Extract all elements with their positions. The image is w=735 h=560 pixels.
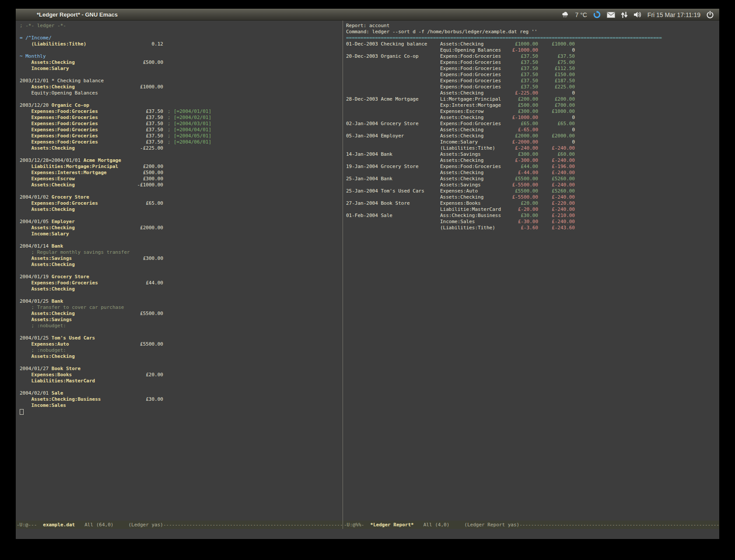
buffer-line[interactable]: [20, 360, 343, 366]
modeline-modes[interactable]: (Ledger yas): [128, 522, 163, 528]
ledger-report-buffer[interactable]: Report: account Command: ledger --sort d…: [343, 21, 719, 521]
buffer-line[interactable]: ; -*- ledger -*-: [20, 23, 343, 29]
buffer-line[interactable]: Assets:Savings: [20, 317, 343, 323]
register-row[interactable]: 20-Dec-2003 Organic Co-opExpens:Food:Gro…: [346, 53, 719, 60]
buffer-line[interactable]: Equity:Opening Balances: [20, 90, 343, 96]
register-row[interactable]: Expens:Food:Groceries£37.50£187.50: [346, 78, 719, 84]
power-icon[interactable]: [706, 11, 714, 19]
buffer-line[interactable]: Expenses:Food:Groceries£65.00: [20, 200, 343, 206]
buffer-line[interactable]: 2003/12/28=2004/01/01 Acme Mortgage: [20, 158, 343, 164]
buffer-line[interactable]: 2004/01/02 Grocery Store: [20, 194, 343, 200]
titlebar[interactable]: *Ledger Report* - GNU Emacs 7 °C: [16, 9, 719, 21]
register-row[interactable]: Exp:Interest:Mortgage£500.00£700.00: [346, 102, 719, 108]
buffer-line[interactable]: Assets:Checking:Business£30.00: [20, 396, 343, 402]
register-row[interactable]: Expenses:Escrow£300.00£1000.00: [346, 108, 719, 115]
register-row[interactable]: 02-Jan-2004 Grocery StoreExpens:Food:Gro…: [346, 121, 719, 127]
register-row[interactable]: Expens:Food:Groceries£37.50£225.00: [346, 84, 719, 90]
register-row[interactable]: Expens:Food:Groceries£37.50£75.00: [346, 60, 719, 66]
buffer-line[interactable]: Expenses:Food:Groceries£37.50; [=2004/06…: [20, 139, 343, 145]
buffer-line[interactable]: Assets:Checking-£225.00: [20, 145, 343, 151]
buffer-line[interactable]: Expenses:Food:Groceries£37.50; [=2004/03…: [20, 121, 343, 127]
register-row[interactable]: Assets:Checking£-44.00£-240.00: [346, 170, 719, 176]
refresh-icon[interactable]: [593, 10, 601, 19]
register-row[interactable]: (Liabilities:Tithe)£-240.00£-240.00: [346, 145, 719, 151]
buffer-line[interactable]: 2004/01/19 Grocery Store: [20, 274, 343, 280]
modeline-left[interactable]: -U:@---example.datAll (64,0)(Ledger yas)…: [16, 521, 343, 529]
buffer-line[interactable]: Expenses:Food:Groceries£44.00: [20, 280, 343, 286]
buffer-line[interactable]: Assets:Checking£2000.00: [20, 225, 343, 231]
buffer-line[interactable]: [20, 409, 343, 415]
report-header-line[interactable]: Report: account: [346, 23, 719, 29]
buffer-line[interactable]: (Liabilities:Tithe)0.12: [20, 41, 343, 47]
buffer-line[interactable]: 2003/12/20 Organic Co-op: [20, 102, 343, 108]
register-row[interactable]: 25-Jan-2004 BankAssets:Checking£5500.00£…: [346, 176, 719, 182]
buffer-line[interactable]: Assets:Checking£500.00: [20, 60, 343, 66]
modeline-buffer-name[interactable]: example.dat: [43, 522, 75, 528]
buffer-line[interactable]: [20, 96, 343, 102]
buffer-line[interactable]: ~ Monthly: [20, 53, 343, 60]
register-row[interactable]: 19-Jan-2004 Grocery StoreExpens:Food:Gro…: [346, 164, 719, 170]
buffer-line[interactable]: [20, 188, 343, 194]
buffer-line[interactable]: Assets:Checking-£1000.00: [20, 182, 343, 188]
register-row[interactable]: 25-Jan-2004 Tom's Used CarsExpenses:Auto…: [346, 188, 719, 194]
buffer-line[interactable]: Liabilities:Mortgage:Principal£200.00: [20, 164, 343, 170]
register-row[interactable]: Income:Salary£-2000.000: [346, 139, 719, 145]
buffer-line[interactable]: Expenses:Escrow£300.00: [20, 176, 343, 182]
temperature-label[interactable]: 7 °C: [575, 11, 587, 18]
register-row[interactable]: 28-Dec-2003 Acme MortgageLi:Mortgage:Pri…: [346, 96, 719, 102]
register-row[interactable]: 01-Feb-2004 SaleAss:Checking:Business£30…: [346, 213, 719, 219]
buffer-line[interactable]: ; Transfer to cover car purchase: [20, 304, 343, 311]
buffer-line[interactable]: Assets:Checking: [20, 206, 343, 213]
buffer-line[interactable]: Assets:Checking: [20, 354, 343, 360]
register-row[interactable]: (Liabilities:Tithe)£-3.60£-243.60: [346, 225, 719, 231]
register-row[interactable]: Expens:Food:Groceries£37.50£112.50: [346, 66, 719, 72]
register-row[interactable]: Assets:Checking£-1000.000: [346, 115, 719, 121]
buffer-line[interactable]: ; :nobudget:: [20, 323, 343, 329]
buffer-line[interactable]: Assets:Checking£1000.00: [20, 84, 343, 90]
buffer-line[interactable]: Liabilities:MasterCard: [20, 378, 343, 384]
register-row[interactable]: 14-Jan-2004 BankAssets:Savings£300.00£60…: [346, 151, 719, 158]
buffer-line[interactable]: Assets:Checking: [20, 262, 343, 268]
buffer-line[interactable]: 2004/01/05 Employer: [20, 219, 343, 225]
register-row[interactable]: 01-Dec-2003 Checking balanceAssets:Check…: [346, 41, 719, 47]
buffer-line[interactable]: Expenses:Books£20.00: [20, 372, 343, 378]
buffer-line[interactable]: Expenses:Auto£5500.00: [20, 341, 343, 347]
buffer-line[interactable]: [20, 213, 343, 219]
register-row[interactable]: Assets:Savings£-5500.00£-240.00: [346, 182, 719, 188]
register-row[interactable]: Assets:Checking£-65.000: [346, 127, 719, 133]
modeline-buffer-name[interactable]: *Ledger Report*: [370, 522, 413, 528]
register-row[interactable]: Equi:Opening Balances£-1000.000: [346, 47, 719, 53]
report-command-line[interactable]: Command: ledger --sort d -f /home/borbus…: [346, 29, 719, 35]
echo-area[interactable]: [16, 529, 719, 539]
register-row[interactable]: Liabilitie:MasterCard£-20.00£-240.00: [346, 206, 719, 213]
register-row[interactable]: Assets:Checking£-5500.00£-240.00: [346, 194, 719, 200]
buffer-line[interactable]: Income:Sales: [20, 402, 343, 409]
buffer-line[interactable]: [20, 268, 343, 274]
buffer-line[interactable]: [20, 72, 343, 78]
buffer-line[interactable]: 2003/12/01 * Checking balance: [20, 78, 343, 84]
buffer-line[interactable]: Expenses:Food:Groceries£37.50; [=2004/01…: [20, 108, 343, 115]
buffer-line[interactable]: 2004/01/27 Book Store: [20, 366, 343, 372]
modeline-right[interactable]: -U:@%%-*Ledger Report*All (4,0)(Ledger R…: [343, 521, 719, 529]
buffer-line[interactable]: [20, 29, 343, 35]
buffer-line[interactable]: = /^Income/: [20, 35, 343, 41]
buffer-line[interactable]: Assets:Savings£300.00: [20, 256, 343, 262]
register-row[interactable]: Expens:Food:Groceries£37.50£150.00: [346, 72, 719, 78]
volume-icon[interactable]: [634, 11, 642, 18]
weather-icon[interactable]: [561, 11, 569, 18]
buffer-line[interactable]: Income:Salary: [20, 66, 343, 72]
buffer-line[interactable]: Expenses:Food:Groceries£37.50; [=2004/04…: [20, 127, 343, 133]
buffer-line[interactable]: Assets:Checking£5500.00: [20, 311, 343, 317]
buffer-line[interactable]: [20, 384, 343, 390]
clock-label[interactable]: Fri 15 Mar 17:11:19: [648, 11, 700, 18]
register-row[interactable]: Assets:Checking£-300.00£-240.00: [346, 158, 719, 164]
buffer-line[interactable]: [20, 329, 343, 335]
ledger-buffer[interactable]: ; -*- ledger -*-= /^Income/ (Liabilities…: [16, 21, 343, 521]
buffer-line[interactable]: 2004/01/25 Bank: [20, 298, 343, 304]
register-row[interactable]: 05-Jan-2004 EmployerAssets:Checking£2000…: [346, 133, 719, 139]
buffer-line[interactable]: Expenses:Food:Groceries£37.50; [=2004/05…: [20, 133, 343, 139]
register-row[interactable]: Assets:Checking£-225.000: [346, 90, 719, 96]
buffer-line[interactable]: Assets:Checking: [20, 286, 343, 292]
buffer-line[interactable]: 2004/02/01 Sale: [20, 390, 343, 396]
buffer-line[interactable]: 2004/01/14 Bank: [20, 243, 343, 249]
